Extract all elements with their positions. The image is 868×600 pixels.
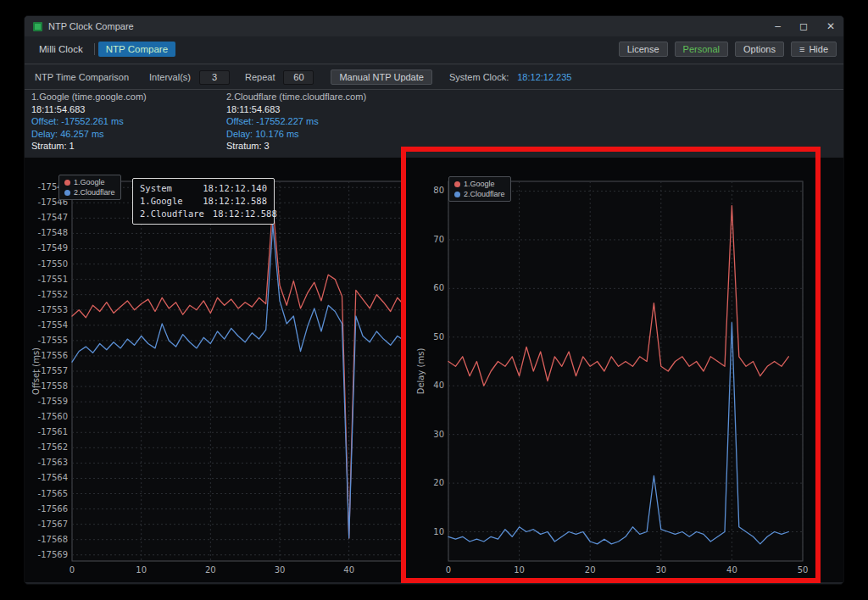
svg-text:30: 30: [433, 430, 444, 439]
svg-text:50: 50: [798, 565, 809, 575]
titlebar[interactable]: NTP Clock Compare – ◻ ✕: [25, 16, 843, 36]
delay-chart-legend: 1.Google 2.Cloudflare: [448, 176, 511, 202]
svg-text:10: 10: [514, 565, 525, 575]
svg-text:70: 70: [433, 235, 444, 244]
hamburger-icon: ≡: [799, 45, 804, 53]
svg-text:-17564: -17564: [38, 473, 68, 482]
license-button[interactable]: License: [619, 42, 668, 57]
svg-text:-17550: -17550: [38, 259, 68, 269]
server-info-cloudflare: 2.Cloudflare (time.cloudflare.com) 18:11…: [226, 91, 366, 153]
svg-text:-17558: -17558: [38, 381, 68, 391]
legend-label: 2.Cloudflare: [74, 188, 115, 197]
svg-text:30: 30: [655, 565, 666, 575]
svg-text:Offset (ms): Offset (ms): [31, 347, 41, 395]
interval-label: Interval(s): [149, 72, 191, 82]
legend-item: 2.Cloudflare: [454, 190, 505, 198]
screen-background: NTP Clock Compare – ◻ ✕ Milli Clock NTP …: [0, 0, 868, 600]
system-clock-label: System Clock:: [449, 72, 509, 82]
repeat-label: Repeat: [245, 72, 275, 82]
svg-text:-17560: -17560: [38, 412, 68, 421]
toolbar: NTP Time Comparison Interval(s) Repeat M…: [25, 65, 843, 89]
server-offset: Offset: -17552.227 ms: [226, 115, 366, 128]
hide-button[interactable]: ≡ Hide: [791, 42, 837, 57]
svg-text:30: 30: [275, 565, 286, 575]
offset-chart-canvas[interactable]: -17545-17546-17547-17548-17549-17550-175…: [30, 169, 411, 581]
svg-text:40: 40: [726, 565, 737, 575]
svg-text:10: 10: [433, 527, 444, 536]
maximize-icon[interactable]: ◻: [799, 21, 808, 31]
server-offset: Offset: -17552.261 ms: [31, 115, 147, 128]
svg-text:-17553: -17553: [38, 305, 68, 314]
server-time: 18:11:54.683: [31, 103, 147, 116]
close-icon[interactable]: ✕: [826, 21, 835, 31]
server-delay: Delay: 10.176 ms: [226, 128, 366, 141]
options-button[interactable]: Options: [735, 42, 784, 57]
offset-chart[interactable]: -17545-17546-17547-17548-17549-17550-175…: [30, 169, 411, 581]
legend-item: 1.Google: [64, 178, 115, 186]
svg-text:50: 50: [433, 332, 444, 342]
delay-chart[interactable]: 102030405060708001020304050Delay (ms) 1.…: [415, 169, 816, 581]
system-clock-value: 18:12:12.235: [517, 72, 571, 82]
manual-ntp-update-button[interactable]: Manual NTP Update: [331, 69, 431, 85]
cloudflare-series-dot: [64, 190, 70, 196]
tooltip-value: 18:12:12.140: [203, 182, 267, 195]
server-name: 1.Google (time.google.com): [31, 91, 147, 103]
app-window: NTP Clock Compare – ◻ ✕ Milli Clock NTP …: [24, 15, 844, 585]
tooltip-row: System 18:12:12.140: [140, 182, 267, 195]
app-icon: [33, 22, 42, 31]
hide-button-label: Hide: [809, 44, 828, 54]
svg-text:20: 20: [585, 565, 596, 575]
legend-label: 1.Google: [464, 180, 495, 188]
charts-section: -17545-17546-17547-17548-17549-17550-175…: [25, 158, 843, 582]
svg-text:40: 40: [433, 381, 444, 390]
svg-text:80: 80: [433, 186, 444, 195]
svg-text:-17569: -17569: [38, 550, 68, 559]
delay-chart-canvas[interactable]: 102030405060708001020304050Delay (ms): [415, 169, 816, 581]
svg-text:20: 20: [205, 565, 216, 575]
divider: [25, 89, 843, 90]
repeat-input[interactable]: [283, 70, 314, 85]
tab-bar: Milli Clock NTP Compare License Personal…: [25, 36, 843, 62]
server-info-google: 1.Google (time.google.com) 18:11:54.683 …: [31, 91, 147, 153]
svg-text:0: 0: [446, 565, 451, 575]
legend-item: 2.Cloudflare: [64, 188, 115, 197]
tooltip-row: 1.Google 18:12:12.588: [140, 195, 267, 208]
legend-item: 1.Google: [454, 180, 505, 188]
svg-text:20: 20: [433, 478, 444, 487]
svg-text:-17563: -17563: [38, 458, 68, 467]
chart-tooltip: System 18:12:12.140 1.Google 18:12:12.58…: [132, 178, 275, 225]
window-title: NTP Clock Compare: [48, 21, 134, 31]
server-stratum: Stratum: 3: [226, 140, 366, 153]
svg-text:-17567: -17567: [38, 519, 68, 529]
tab-separator: [94, 43, 95, 55]
minimize-icon[interactable]: –: [775, 21, 781, 31]
svg-text:10: 10: [136, 565, 147, 575]
divider: [25, 64, 843, 64]
tooltip-label: System: [140, 182, 172, 195]
svg-text:60: 60: [433, 283, 444, 292]
svg-text:-17547: -17547: [38, 213, 68, 222]
svg-text:-17551: -17551: [38, 275, 68, 284]
svg-text:-17556: -17556: [38, 351, 68, 360]
svg-text:Delay (ms): Delay (ms): [416, 348, 426, 395]
personal-button[interactable]: Personal: [675, 42, 728, 57]
tooltip-label: 2.Cloudflare: [140, 208, 204, 220]
svg-text:-17548: -17548: [38, 228, 68, 237]
svg-text:-17552: -17552: [38, 290, 68, 299]
server-time: 18:11:54.683: [226, 103, 366, 116]
svg-text:-17549: -17549: [38, 243, 68, 253]
tooltip-row: 2.Cloudflare 18:12:12.588: [140, 208, 267, 220]
svg-text:-17565: -17565: [38, 489, 68, 498]
svg-text:-17554: -17554: [38, 320, 68, 330]
server-name: 2.Cloudflare (time.cloudflare.com): [226, 91, 366, 103]
legend-label: 1.Google: [74, 178, 105, 186]
offset-chart-legend: 1.Google 2.Cloudflare: [58, 175, 121, 200]
svg-text:-17568: -17568: [38, 535, 68, 544]
cloudflare-series-dot: [454, 192, 460, 197]
interval-input[interactable]: [199, 70, 230, 85]
tab-milli-clock[interactable]: Milli Clock: [31, 42, 91, 57]
svg-text:-17566: -17566: [38, 504, 68, 514]
tooltip-value: 18:12:12.588: [203, 195, 267, 208]
tab-ntp-compare[interactable]: NTP Compare: [98, 42, 175, 57]
google-series-dot: [64, 180, 70, 186]
